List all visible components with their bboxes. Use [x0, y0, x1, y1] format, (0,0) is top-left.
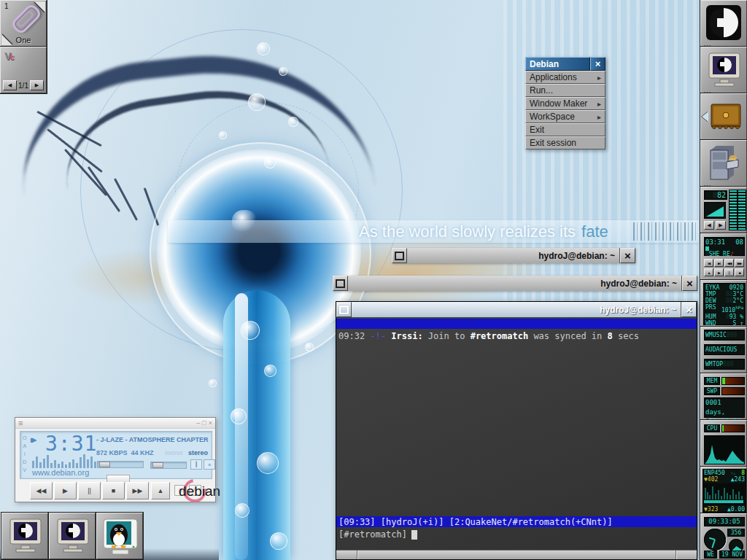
dock-weather-tile[interactable]: EYKA0920 TMP883°C DEW882°C PRS1010hPa HU…: [700, 280, 747, 327]
menu-titlebar[interactable]: Debian ×: [525, 57, 605, 71]
msg-time: 09:32: [338, 331, 365, 341]
dock-wmaker-tile[interactable]: ...: [700, 0, 747, 47]
pause-button[interactable]: [78, 482, 101, 499]
rewind-button[interactable]: [30, 482, 53, 499]
clip-tile[interactable]: 1 One: [0, 0, 47, 47]
volume-thumb[interactable]: [152, 462, 163, 468]
play-button[interactable]: [54, 482, 77, 499]
minimize-icon[interactable]: [196, 420, 200, 427]
miniaturize-icon[interactable]: [392, 248, 407, 263]
dock-sysmon-tile[interactable]: MEM SWP 0001 days, 818:03:34: [700, 373, 747, 420]
fast-forward-button[interactable]: [126, 482, 149, 499]
mixer-level: 82: [717, 191, 726, 199]
player-menu-icon[interactable]: [18, 419, 23, 427]
monitor-icon: [7, 518, 44, 554]
menu-item-exit[interactable]: Exit: [525, 123, 605, 136]
mixer-next-button[interactable]: [716, 221, 726, 230]
player-letters[interactable]: O A I D V: [23, 434, 26, 474]
debian-brand: debian: [179, 483, 220, 499]
dock-drawer-tile[interactable]: [700, 93, 747, 140]
launcher-audacious[interactable]: AUDACIOUS: [704, 344, 745, 355]
day-of-year-display: 356: [727, 529, 745, 537]
music-next-button[interactable]: [714, 259, 724, 267]
letter-i[interactable]: I: [23, 450, 26, 458]
mem-fill: [722, 378, 725, 384]
drawer-collapse-icon[interactable]: [702, 112, 708, 122]
close-icon[interactable]: [209, 420, 212, 427]
music-stop-button[interactable]: [735, 268, 744, 276]
close-icon[interactable]: [681, 302, 697, 317]
miniwindow-terminal-active[interactable]: [96, 513, 143, 559]
music-rewind-button[interactable]: [724, 259, 734, 267]
letter-v[interactable]: V: [23, 466, 26, 474]
close-icon[interactable]: [682, 276, 697, 291]
mixer-prev-button[interactable]: [704, 221, 714, 230]
menu-item-workspace[interactable]: WorkSpace ▸: [525, 110, 605, 123]
net-interface: ENP450: [704, 470, 725, 476]
dock-net-tile[interactable]: ENP450 ▼▲ 8 ▼402 ▲243: [700, 467, 747, 513]
launcher-wmtop[interactable]: WMTOP888: [704, 359, 745, 370]
pager-left-button[interactable]: [3, 80, 17, 90]
seek-thumb[interactable]: [99, 462, 110, 467]
menu-title: Debian: [525, 57, 590, 71]
terminal-content[interactable]: 09:32 -!- Irssi: Join to #retromatch was…: [336, 317, 697, 550]
miniwindow-terminal-1[interactable]: [1, 513, 48, 559]
net-up-rate: 243: [735, 476, 745, 483]
eject-button[interactable]: [151, 482, 170, 499]
music-ff-button[interactable]: [735, 259, 744, 267]
weather-pressure-unit: hPa: [735, 305, 743, 310]
cpu-graph: [704, 435, 745, 464]
mono-label: mono: [165, 449, 183, 456]
playlist-button[interactable]: [204, 459, 215, 470]
vc-appicon[interactable]: Vc: [4, 50, 14, 62]
window-title[interactable]: hydroJ@debian: ~: [407, 248, 619, 263]
miniaturize-icon[interactable]: [336, 302, 352, 317]
music-eject-button[interactable]: [704, 268, 713, 276]
dock-mixer-tile[interactable]: 882: [700, 187, 747, 233]
irssi-input-line[interactable]: [#retromatch]: [338, 529, 417, 540]
menu-close-icon[interactable]: ×: [590, 57, 605, 71]
net-down-rate: 402: [708, 476, 718, 483]
volume-slider[interactable]: [150, 462, 187, 469]
shaded-window-2-titlebar[interactable]: hydroJ@debian: ~: [333, 276, 697, 291]
uptime-display: 0001 days, 818:03:34: [704, 397, 745, 418]
menu-item-exit-session[interactable]: Exit session: [525, 136, 605, 149]
miniwindow-terminal-2[interactable]: [49, 513, 96, 559]
dock-files-tile[interactable]: ...: [700, 140, 747, 187]
pager-right-button[interactable]: [30, 80, 44, 90]
music-play-button[interactable]: [714, 268, 724, 276]
menu-item-applications[interactable]: Applications ▸: [525, 71, 605, 84]
music-prev-button[interactable]: [704, 259, 713, 267]
spectrum-analyzer: [32, 452, 96, 468]
terminal-titlebar[interactable]: hydroJ@debian: ~: [336, 302, 697, 317]
letter-o[interactable]: O: [23, 434, 26, 442]
dock-music-tile[interactable]: 03:31 08 8SHE RE♪: [700, 233, 747, 280]
window-title[interactable]: hydroJ@debian: ~: [348, 276, 681, 291]
shade-icon[interactable]: [202, 420, 206, 427]
dock-clock-tile[interactable]: 09:33:05 356 WE 19 NOV: [700, 513, 747, 560]
window-resizebar[interactable]: [336, 550, 697, 559]
equalizer-button[interactable]: [190, 459, 202, 470]
miniaturize-icon[interactable]: [333, 276, 348, 291]
window-title[interactable]: hydroJ@debian: ~: [352, 302, 681, 317]
letter-a[interactable]: A: [23, 442, 26, 450]
launcher-wmusic[interactable]: WMUSIC888: [704, 330, 745, 341]
close-icon[interactable]: [620, 248, 635, 263]
menu-item-run[interactable]: Run...: [525, 84, 605, 97]
dock-cpu-tile[interactable]: CPU: [700, 420, 747, 467]
volume-triangle-icon: [706, 206, 724, 217]
irssi-message: 09:32 -!- Irssi: Join to #retromatch was…: [338, 331, 639, 341]
music-pause-button[interactable]: [724, 268, 734, 276]
seek-bar[interactable]: [97, 461, 144, 468]
root-menu: Debian × Applications ▸ Run... Window Ma…: [525, 57, 605, 149]
dock-xterm-tile[interactable]: ...: [700, 47, 747, 93]
weather-label: TMP: [705, 291, 716, 298]
player-titlebar[interactable]: [15, 418, 215, 429]
stop-button[interactable]: [102, 482, 125, 499]
letter-d[interactable]: D: [23, 458, 26, 466]
bubble: [305, 343, 314, 351]
running-indicator: ...: [704, 182, 712, 186]
shaded-window-1-titlebar[interactable]: hydroJ@debian: ~: [392, 248, 635, 263]
menu-item-window-maker[interactable]: Window Maker ▸: [525, 97, 605, 110]
submenu-arrow-icon: ▸: [597, 113, 601, 121]
